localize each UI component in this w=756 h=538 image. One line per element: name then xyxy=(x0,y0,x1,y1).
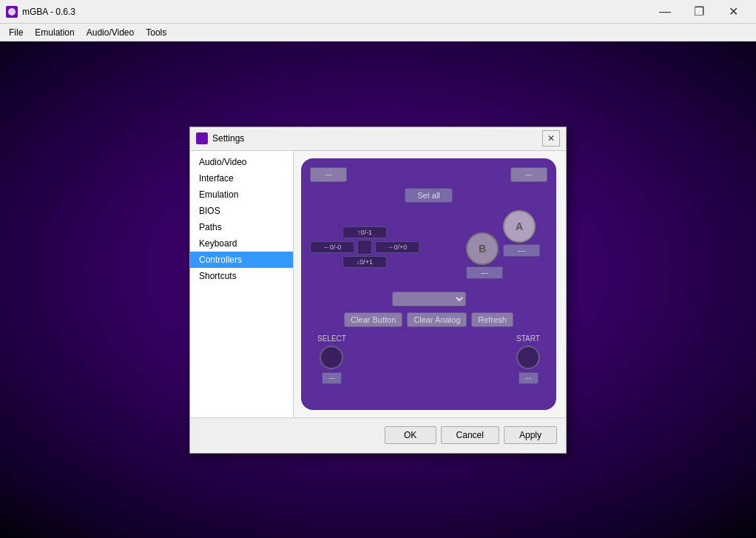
refresh-button[interactable]: Refresh xyxy=(471,312,513,327)
dpad-up-button[interactable]: ↑0/-1 xyxy=(342,226,387,238)
menu-tools[interactable]: Tools xyxy=(140,26,172,39)
a-circle-button[interactable]: A xyxy=(503,210,536,243)
start-label: START xyxy=(516,334,540,343)
sidebar-item-paths[interactable]: Paths xyxy=(190,219,293,235)
shoulder-buttons-row: --- --- xyxy=(310,167,547,182)
sidebar-item-controllers[interactable]: Controllers xyxy=(190,252,293,268)
dpad-down-button[interactable]: ↓0/+1 xyxy=(342,256,387,268)
clear-analog-button[interactable]: Clear Analog xyxy=(407,312,467,327)
b-button-area: B --- xyxy=(466,232,503,279)
dpad-right-button[interactable]: →0/+0 xyxy=(375,241,419,253)
select-circle xyxy=(320,346,343,369)
menu-audio-video[interactable]: Audio/Video xyxy=(81,26,141,39)
clear-button-btn[interactable]: Clear Button xyxy=(344,312,402,327)
sidebar-item-bios[interactable]: BIOS xyxy=(190,203,293,219)
a-button-area: A --- xyxy=(503,210,540,257)
close-button[interactable]: ✕ xyxy=(716,0,750,24)
title-bar: mGBA - 0.6.3 — ❐ ✕ xyxy=(0,0,756,24)
select-start-row: SELECT --- START --- xyxy=(310,334,547,384)
dialog-title: Settings xyxy=(212,133,542,144)
svg-point-0 xyxy=(8,8,16,16)
select-mapping-button[interactable]: --- xyxy=(322,372,342,384)
start-mapping-button[interactable]: --- xyxy=(519,372,539,384)
minimize-button[interactable]: — xyxy=(648,0,682,24)
dpad-middle: ←0/-0 →0/+0 xyxy=(310,240,419,255)
menu-emulation[interactable]: Emulation xyxy=(29,26,80,39)
dpad-center xyxy=(357,240,372,255)
app-icon xyxy=(6,6,18,18)
settings-sidebar: Audio/Video Interface Emulation BIOS Pat… xyxy=(190,151,294,417)
dialog-overlay: Settings ✕ Audio/Video Interface Emulati… xyxy=(0,41,756,538)
sidebar-item-keyboard[interactable]: Keyboard xyxy=(190,235,293,252)
maximize-button[interactable]: ❐ xyxy=(682,0,716,24)
controller-dropdown-row xyxy=(310,292,547,306)
start-circle xyxy=(516,346,540,369)
select-label: SELECT xyxy=(317,334,346,343)
settings-content: --- --- Set all ↑0/-1 ←0/-0 xyxy=(294,151,566,417)
r-button[interactable]: --- xyxy=(510,167,547,182)
dpad-section: ↑0/-1 ←0/-0 →0/+0 ↓0/+1 xyxy=(310,226,419,268)
dialog-footer: OK Cancel Apply xyxy=(190,417,566,453)
b-circle-button[interactable]: B xyxy=(466,232,499,265)
dialog-body: Audio/Video Interface Emulation BIOS Pat… xyxy=(190,151,566,417)
dpad-left-button[interactable]: ←0/-0 xyxy=(310,241,354,253)
ab-section: B --- A --- xyxy=(459,210,547,284)
cancel-button[interactable]: Cancel xyxy=(441,426,499,444)
set-all-button[interactable]: Set all xyxy=(405,188,453,203)
start-section: START --- xyxy=(516,334,540,384)
sidebar-item-emulation[interactable]: Emulation xyxy=(190,186,293,203)
ok-button[interactable]: OK xyxy=(385,426,436,444)
window-controls: — ❐ ✕ xyxy=(648,0,750,24)
sidebar-item-audio-video[interactable]: Audio/Video xyxy=(190,154,293,170)
menu-file[interactable]: File xyxy=(3,26,29,39)
app-title: mGBA - 0.6.3 xyxy=(22,7,648,17)
dialog-title-bar: Settings ✕ xyxy=(190,127,566,151)
sidebar-item-interface[interactable]: Interface xyxy=(190,170,293,186)
dialog-icon xyxy=(196,132,208,144)
sidebar-item-shortcuts[interactable]: Shortcuts xyxy=(190,268,293,284)
controller-panel: --- --- Set all ↑0/-1 ←0/-0 xyxy=(301,158,556,410)
dialog-close-button[interactable]: ✕ xyxy=(542,130,560,147)
controller-select-dropdown[interactable] xyxy=(392,292,466,306)
l-button[interactable]: --- xyxy=(310,167,347,182)
menu-bar: File Emulation Audio/Video Tools xyxy=(0,24,756,41)
b-mapping-button[interactable]: --- xyxy=(466,266,503,279)
settings-dialog: Settings ✕ Audio/Video Interface Emulati… xyxy=(189,127,567,454)
select-section: SELECT --- xyxy=(317,334,346,384)
set-all-row: Set all xyxy=(310,188,547,203)
apply-button[interactable]: Apply xyxy=(504,426,557,444)
action-buttons-row: Clear Button Clear Analog Refresh xyxy=(310,312,547,327)
dpad-ab-area: ↑0/-1 ←0/-0 →0/+0 ↓0/+1 xyxy=(310,210,547,284)
a-mapping-button[interactable]: --- xyxy=(503,244,540,257)
